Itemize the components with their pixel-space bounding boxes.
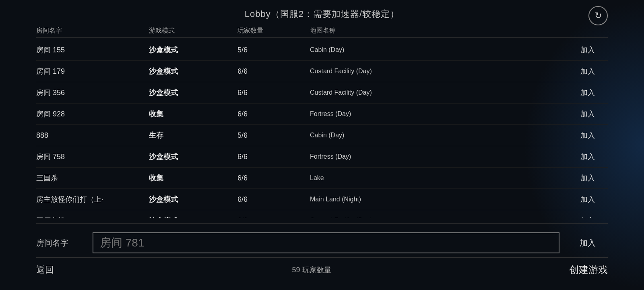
room-map-cell: Custard Facility (Day): [310, 217, 568, 218]
room-mode-cell: 生存: [149, 130, 237, 140]
room-mode-cell: 沙盒模式: [149, 195, 237, 204]
join-room-button[interactable]: 加入: [568, 108, 608, 120]
create-game-button[interactable]: 创建游戏: [569, 263, 608, 276]
room-row: 房间 179 沙盒模式 6/6 Custard Facility (Day) 加…: [36, 61, 608, 82]
refresh-button[interactable]: ↻: [588, 6, 608, 25]
room-players-cell: 5/6: [237, 131, 310, 140]
room-name-cell: 三国杀: [36, 173, 149, 183]
room-row: 房间 758 沙盒模式 6/6 Fortress (Day) 加入: [36, 146, 608, 168]
col-action: [568, 27, 608, 35]
room-players-cell: 6/6: [237, 110, 310, 118]
room-mode-cell: 沙盒模式: [149, 66, 237, 76]
room-name-cell: 房间 758: [36, 152, 149, 162]
input-label: 房间名字: [36, 238, 85, 249]
room-name-cell: 房间 928: [36, 109, 149, 119]
room-map-cell: Lake: [310, 174, 568, 182]
room-players-cell: 6/6: [237, 67, 310, 76]
footer: 返回 59 玩家数量 创建游戏: [36, 257, 608, 282]
room-players-cell: 6/6: [237, 217, 310, 219]
room-players-cell: 6/6: [237, 195, 310, 204]
player-count: 59 玩家数量: [292, 265, 331, 275]
lobby-title: Lobby（国服2：需要加速器/较稳定）: [245, 8, 399, 20]
col-players: 玩家数量: [237, 27, 310, 35]
room-players-cell: 6/6: [237, 153, 310, 161]
back-button[interactable]: 返回: [36, 264, 54, 276]
room-mode-cell: 沙盒模式: [149, 88, 237, 97]
room-row: 888 生存 5/6 Cabin (Day) 加入: [36, 125, 608, 146]
room-players-cell: 5/6: [237, 46, 310, 54]
join-room-button[interactable]: 加入: [568, 86, 608, 99]
room-name-cell: 工厂危机: [36, 216, 149, 218]
room-mode-cell: 收集: [149, 173, 237, 183]
main-container: Lobby（国服2：需要加速器/较稳定） ↻ 房间名字 游戏模式 玩家数量 地图…: [36, 0, 608, 290]
room-row: 房间 928 收集 6/6 Fortress (Day) 加入: [36, 104, 608, 125]
join-room-button[interactable]: 加入: [568, 129, 608, 142]
room-map-cell: Main Land (Night): [310, 196, 568, 203]
col-map-name: 地图名称: [310, 27, 568, 35]
room-mode-cell: 沙盒模式: [149, 152, 237, 162]
room-map-cell: Cabin (Day): [310, 46, 568, 54]
join-room-button[interactable]: 加入: [568, 44, 608, 56]
join-room-button[interactable]: 加入: [568, 65, 608, 78]
room-mode-cell: 沙盒模式: [149, 45, 237, 55]
room-row: 三国杀 收集 6/6 Lake 加入: [36, 168, 608, 189]
room-name-cell: 房主放怪你们打（上·: [36, 195, 149, 204]
room-row: 房主放怪你们打（上· 沙盒模式 6/6 Main Land (Night) 加入: [36, 189, 608, 210]
room-players-cell: 6/6: [237, 174, 310, 182]
join-room-button[interactable]: 加入: [568, 150, 608, 163]
join-input-button[interactable]: 加入: [568, 234, 608, 252]
header: Lobby（国服2：需要加速器/较稳定） ↻: [36, 8, 608, 20]
room-map-cell: Custard Facility (Day): [310, 68, 568, 75]
join-room-button[interactable]: 加入: [568, 214, 608, 218]
room-mode-cell: 收集: [149, 109, 237, 119]
join-room-button[interactable]: 加入: [568, 193, 608, 206]
room-name-cell: 房间 356: [36, 88, 149, 97]
join-room-button[interactable]: 加入: [568, 172, 608, 184]
room-row: 工厂危机 沙盒模式 6/6 Custard Facility (Day) 加入: [36, 210, 608, 218]
room-name-cell: 888: [36, 131, 149, 140]
room-row: 房间 356 沙盒模式 6/6 Custard Facility (Day) 加…: [36, 82, 608, 104]
divider: [36, 223, 608, 224]
room-map-cell: Fortress (Day): [310, 110, 568, 118]
room-name-cell: 房间 155: [36, 45, 149, 55]
col-game-mode: 游戏模式: [149, 27, 237, 35]
column-headers: 房间名字 游戏模式 玩家数量 地图名称: [36, 24, 608, 38]
input-row: 房间名字 加入: [36, 228, 608, 257]
room-map-cell: Cabin (Day): [310, 132, 568, 139]
room-players-cell: 6/6: [237, 89, 310, 97]
room-list: 房间 155 沙盒模式 5/6 Cabin (Day) 加入 房间 179 沙盒…: [36, 39, 608, 218]
room-name-cell: 房间 179: [36, 66, 149, 76]
room-mode-cell: 沙盒模式: [149, 216, 237, 218]
room-row: 房间 155 沙盒模式 5/6 Cabin (Day) 加入: [36, 39, 608, 61]
room-map-cell: Fortress (Day): [310, 153, 568, 160]
room-map-cell: Custard Facility (Day): [310, 89, 568, 96]
col-room-name: 房间名字: [36, 27, 149, 35]
room-name-input[interactable]: [93, 232, 559, 253]
